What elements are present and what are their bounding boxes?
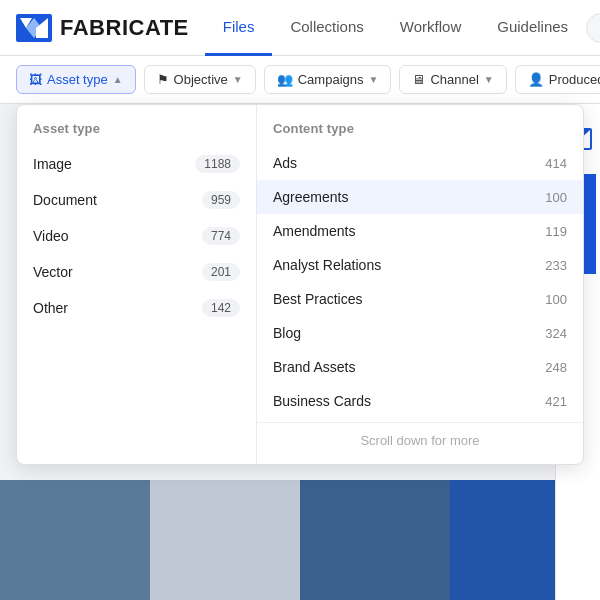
filter-produced-by[interactable]: 👤 Produced b… ▼ xyxy=(515,65,600,94)
content-count-business-cards: 421 xyxy=(535,394,567,409)
filter-asset-type-label: Asset type xyxy=(47,72,108,87)
chevron-down-icon: ▼ xyxy=(233,74,243,85)
content-name-amendments: Amendments xyxy=(273,223,355,239)
content-count-ads: 414 xyxy=(535,156,567,171)
asset-row-other[interactable]: Other 142 xyxy=(17,290,256,326)
monitor-icon: 🖥 xyxy=(412,72,425,87)
asset-row-vector[interactable]: Vector 201 xyxy=(17,254,256,290)
content-count-blog: 324 xyxy=(535,326,567,341)
content-name-brand-assets: Brand Assets xyxy=(273,359,356,375)
app-name: FABRICATE xyxy=(60,15,189,41)
content-row-ads[interactable]: Ads 414 xyxy=(257,146,583,180)
tab-files[interactable]: Files xyxy=(205,0,273,56)
asset-name-video: Video xyxy=(33,228,69,244)
bg-img-1 xyxy=(0,480,150,600)
content-type-header: Content type xyxy=(257,117,583,146)
tab-workflow[interactable]: Workflow xyxy=(382,0,479,56)
filter-asset-type[interactable]: 🖼 Asset type ▲ xyxy=(16,65,136,94)
filter-channel[interactable]: 🖥 Channel ▼ xyxy=(399,65,506,94)
content-count-best-practices: 100 xyxy=(535,292,567,307)
search-box[interactable] xyxy=(586,13,600,43)
fabricate-logo-icon xyxy=(16,14,52,42)
filter-channel-label: Channel xyxy=(430,72,478,87)
asset-count-vector: 201 xyxy=(202,263,240,281)
scroll-hint: Scroll down for more xyxy=(257,422,583,452)
asset-name-document: Document xyxy=(33,192,97,208)
logo-area: FABRICATE xyxy=(16,14,189,42)
top-bar: FABRICATE Files Collections Workflow Gui… xyxy=(0,0,600,56)
content-row-analyst-relations[interactable]: Analyst Relations 233 xyxy=(257,248,583,282)
filter-objective[interactable]: ⚑ Objective ▼ xyxy=(144,65,256,94)
filter-campaigns-label: Campaigns xyxy=(298,72,364,87)
image-strip xyxy=(0,480,600,600)
content-count-amendments: 119 xyxy=(535,224,567,239)
asset-row-image[interactable]: Image 1188 xyxy=(17,146,256,182)
tab-guidelines[interactable]: Guidelines xyxy=(479,0,586,56)
bg-img-2 xyxy=(150,480,300,600)
chevron-up-icon: ▲ xyxy=(113,74,123,85)
chevron-down-icon-2: ▼ xyxy=(368,74,378,85)
content-name-ads: Ads xyxy=(273,155,297,171)
content-type-column: Content type Ads 414 Agreements 100 Amen… xyxy=(257,105,583,464)
content-row-brand-assets[interactable]: Brand Assets 248 xyxy=(257,350,583,384)
asset-row-video[interactable]: Video 774 xyxy=(17,218,256,254)
content-name-analyst-relations: Analyst Relations xyxy=(273,257,381,273)
content-count-analyst-relations: 233 xyxy=(535,258,567,273)
filter-objective-label: Objective xyxy=(174,72,228,87)
asset-type-dropdown: Asset type Image 1188 Document 959 Video… xyxy=(16,104,584,465)
asset-type-header: Asset type xyxy=(17,117,256,146)
content-row-blog[interactable]: Blog 324 xyxy=(257,316,583,350)
content-name-blog: Blog xyxy=(273,325,301,341)
asset-type-column: Asset type Image 1188 Document 959 Video… xyxy=(17,105,257,464)
chevron-down-icon-3: ▼ xyxy=(484,74,494,85)
filter-campaigns[interactable]: 👥 Campaigns ▼ xyxy=(264,65,392,94)
asset-count-other: 142 xyxy=(202,299,240,317)
content-row-amendments[interactable]: Amendments 119 xyxy=(257,214,583,248)
content-row-business-cards[interactable]: Business Cards 421 xyxy=(257,384,583,418)
person-icon: 👤 xyxy=(528,72,544,87)
asset-name-vector: Vector xyxy=(33,264,73,280)
people-icon: 👥 xyxy=(277,72,293,87)
content-count-brand-assets: 248 xyxy=(535,360,567,375)
asset-count-image: 1188 xyxy=(195,155,240,173)
content-row-best-practices[interactable]: Best Practices 100 xyxy=(257,282,583,316)
bg-img-3 xyxy=(300,480,450,600)
content-name-business-cards: Business Cards xyxy=(273,393,371,409)
main-nav: Files Collections Workflow Guidelines xyxy=(205,0,586,56)
asset-name-other: Other xyxy=(33,300,68,316)
asset-name-image: Image xyxy=(33,156,72,172)
filter-bar: 🖼 Asset type ▲ ⚑ Objective ▼ 👥 Campaigns… xyxy=(0,56,600,104)
content-row-agreements[interactable]: Agreements 100 xyxy=(257,180,583,214)
filter-produced-by-label: Produced b… xyxy=(549,72,600,87)
content-name-agreements: Agreements xyxy=(273,189,348,205)
image-icon: 🖼 xyxy=(29,72,42,87)
content-count-agreements: 100 xyxy=(535,190,567,205)
tab-collections[interactable]: Collections xyxy=(272,0,381,56)
asset-count-video: 774 xyxy=(202,227,240,245)
asset-count-document: 959 xyxy=(202,191,240,209)
asset-row-document[interactable]: Document 959 xyxy=(17,182,256,218)
flag-icon: ⚑ xyxy=(157,72,169,87)
content-name-best-practices: Best Practices xyxy=(273,291,362,307)
